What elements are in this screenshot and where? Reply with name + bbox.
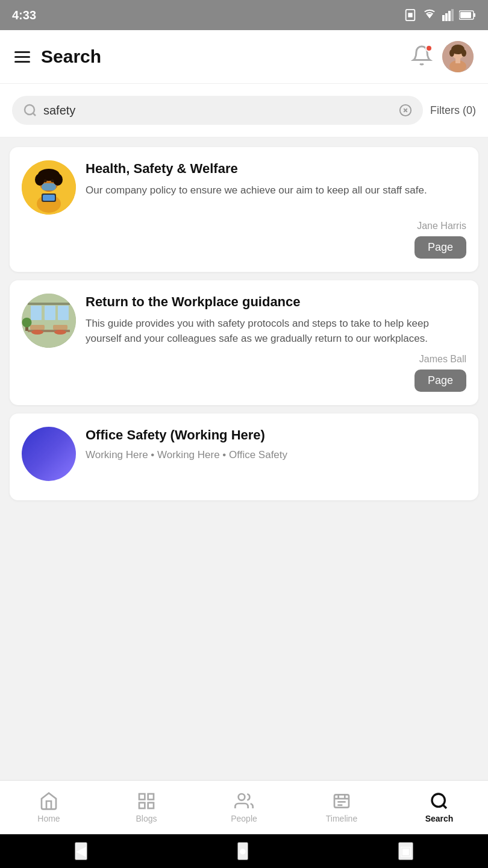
card-type-badge-1: Page [414, 236, 466, 259]
svg-rect-31 [28, 303, 70, 305]
android-home-button[interactable]: ● [237, 842, 248, 860]
search-input[interactable] [43, 104, 393, 118]
nav-item-blogs[interactable]: Blogs [98, 781, 195, 834]
avatar[interactable] [442, 41, 474, 72]
svg-rect-43 [148, 794, 154, 799]
filters-button[interactable]: Filters (0) [430, 104, 476, 117]
svg-rect-9 [460, 12, 471, 18]
svg-rect-25 [42, 183, 56, 190]
svg-rect-1 [408, 13, 412, 17]
blogs-icon [137, 791, 156, 811]
svg-point-26 [44, 180, 47, 183]
svg-rect-3 [442, 15, 445, 21]
card-breadcrumb-3: Working Here • Working Here • Office Saf… [86, 449, 466, 461]
card-type-badge-2: Page [414, 370, 466, 392]
card-image-2 [22, 294, 76, 348]
svg-rect-36 [30, 325, 45, 330]
result-card-1[interactable]: Health, Safety & Welfare Our company pol… [10, 147, 478, 272]
wifi-icon [422, 8, 437, 22]
search-icon [23, 103, 37, 118]
page-title: Search [41, 46, 101, 67]
nav-item-home[interactable]: Home [0, 781, 98, 834]
svg-rect-5 [448, 11, 451, 21]
avatar-image [442, 41, 474, 72]
svg-rect-37 [53, 325, 67, 330]
svg-point-23 [35, 174, 45, 186]
search-input-wrapper [12, 96, 423, 125]
svg-rect-32 [31, 306, 42, 320]
office-image [22, 294, 76, 348]
svg-point-24 [53, 174, 63, 186]
card-footer-1: Jane Harris Page [22, 221, 466, 259]
result-card-3[interactable]: Office Safety (Working Here) Working Her… [10, 414, 478, 500]
battery-icon [459, 10, 476, 20]
card-title-3: Office Safety (Working Here) [86, 427, 466, 444]
card-footer-2: James Ball Page [22, 354, 466, 392]
signal-icon [442, 8, 454, 22]
card-top-2: Return to the Workplace guidance This gu… [22, 294, 466, 348]
card-content-2: Return to the Workplace guidance This gu… [86, 294, 466, 347]
nav-label-search: Search [425, 814, 454, 823]
nav-label-home: Home [37, 814, 60, 823]
status-bar: 4:33 [0, 0, 488, 30]
svg-point-39 [54, 330, 66, 335]
status-icons [404, 8, 476, 22]
svg-rect-6 [451, 9, 454, 21]
svg-point-27 [51, 180, 54, 183]
card-title-2: Return to the Workplace guidance [86, 294, 466, 311]
home-icon [39, 791, 58, 811]
svg-point-38 [31, 330, 43, 335]
card-image-1 [22, 160, 76, 215]
card-content-1: Health, Safety & Welfare Our company pol… [86, 160, 466, 198]
app-header: Search [0, 30, 488, 84]
card-title-1: Health, Safety & Welfare [86, 160, 466, 178]
svg-rect-45 [148, 803, 154, 808]
nav-label-people: People [231, 814, 257, 823]
svg-point-53 [432, 794, 445, 807]
card-desc-1: Our company policy to ensure we achieve … [86, 183, 466, 198]
bottom-nav: Home Blogs People Timeline [0, 780, 488, 834]
nav-item-search[interactable]: Search [390, 781, 488, 834]
health-image [22, 160, 76, 215]
svg-point-14 [461, 49, 466, 57]
card-author-2: James Ball [419, 354, 466, 365]
android-back-button[interactable]: ◀ [75, 842, 87, 860]
svg-marker-2 [427, 14, 433, 18]
clear-icon [399, 104, 412, 117]
result-card-2[interactable]: Return to the Workplace guidance This gu… [10, 280, 478, 405]
people-icon [234, 791, 254, 811]
notification-wrapper[interactable] [411, 45, 433, 69]
nav-item-timeline[interactable]: Timeline [293, 781, 390, 834]
card-author-1: Jane Harris [417, 221, 466, 231]
nav-item-people[interactable]: People [195, 781, 293, 834]
sim-icon [404, 8, 417, 22]
search-section: Filters (0) [0, 84, 488, 137]
card-content-3: Office Safety (Working Here) Working Her… [86, 427, 466, 461]
nav-label-timeline: Timeline [326, 814, 357, 823]
svg-rect-29 [43, 195, 55, 201]
nav-label-blogs: Blogs [136, 814, 157, 823]
clear-search-button[interactable] [399, 104, 412, 117]
search-nav-icon [430, 791, 449, 811]
svg-rect-16 [455, 58, 460, 63]
svg-rect-44 [139, 803, 145, 808]
search-results: Health, Safety & Welfare Our company pol… [0, 137, 488, 510]
header-right [411, 41, 474, 72]
card-desc-2: This guide provides you with safety prot… [86, 316, 466, 347]
svg-rect-33 [45, 306, 55, 320]
svg-rect-42 [139, 794, 145, 799]
svg-point-41 [22, 318, 32, 327]
svg-rect-34 [58, 306, 69, 320]
header-left: Search [14, 46, 101, 67]
svg-point-46 [239, 794, 245, 800]
android-nav-bar: ◀ ● ▣ [0, 834, 488, 868]
menu-button[interactable] [14, 51, 30, 63]
status-time: 4:33 [12, 8, 36, 22]
svg-point-17 [25, 105, 34, 115]
notification-dot [425, 45, 433, 52]
timeline-icon [332, 791, 351, 811]
svg-point-13 [449, 49, 454, 57]
android-recents-button[interactable]: ▣ [398, 842, 413, 860]
card-image-3 [22, 427, 76, 481]
svg-rect-8 [474, 13, 475, 17]
